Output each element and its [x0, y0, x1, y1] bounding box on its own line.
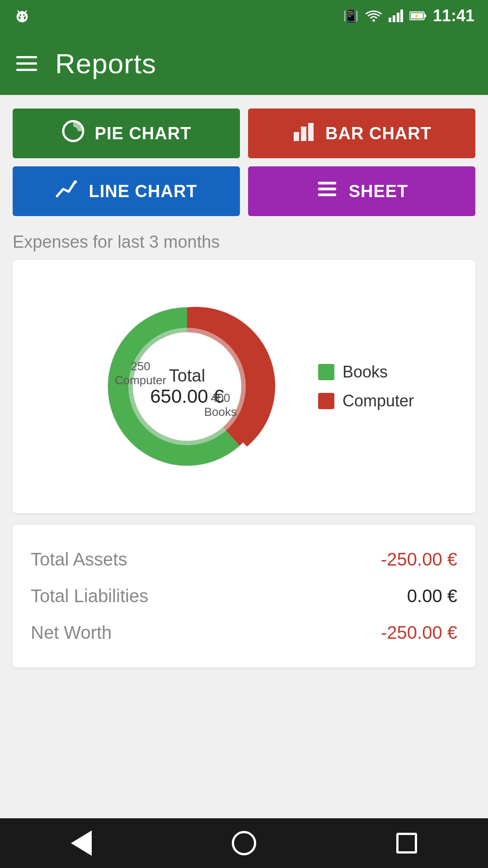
svg-rect-18	[294, 132, 299, 141]
wifi-icon	[365, 9, 382, 22]
net-worth-label: Net Worth	[31, 623, 112, 643]
computer-legend-dot	[318, 393, 334, 409]
recents-icon	[396, 833, 417, 854]
recents-button[interactable]	[389, 825, 425, 861]
svg-rect-23	[318, 193, 336, 196]
chart-type-buttons: PIE CHART BAR CHART LINE C	[13, 108, 475, 216]
total-assets-value: -250.00 €	[381, 549, 457, 570]
bar-chart-icon	[292, 119, 315, 148]
hamburger-line-3	[16, 69, 37, 71]
computer-callout: 250 Computer	[115, 359, 166, 387]
total-assets-label: Total Assets	[31, 549, 127, 570]
bottom-nav	[0, 818, 488, 868]
home-button[interactable]	[226, 825, 262, 861]
legend-computer: Computer	[318, 392, 414, 410]
svg-rect-8	[389, 18, 391, 22]
line-chart-icon	[55, 177, 79, 206]
summary-card: Total Assets -250.00 € Total Liabilities…	[13, 525, 475, 667]
svg-line-5	[18, 11, 19, 13]
line-chart-button[interactable]: LINE CHART	[13, 166, 240, 216]
svg-rect-9	[393, 15, 395, 22]
svg-point-4	[23, 14, 25, 16]
pie-chart-icon	[61, 119, 85, 148]
computer-value: 250	[115, 359, 166, 373]
svg-rect-20	[308, 123, 314, 141]
menu-button[interactable]	[16, 56, 37, 71]
computer-legend-label: Computer	[343, 392, 414, 410]
total-liabilities-value: 0.00 €	[407, 586, 457, 606]
pie-chart-button[interactable]: PIE CHART	[13, 108, 240, 158]
svg-rect-21	[318, 182, 336, 184]
bar-chart-button[interactable]: BAR CHART	[248, 108, 475, 158]
hamburger-line-1	[16, 56, 37, 58]
books-value: 400	[204, 391, 237, 405]
sheet-button[interactable]: SHEET	[248, 166, 475, 216]
android-icon	[14, 7, 31, 24]
app-bar: Reports	[0, 32, 488, 95]
net-worth-row: Net Worth -250.00 €	[31, 614, 457, 651]
back-icon	[71, 830, 92, 856]
pie-chart-label: PIE CHART	[95, 124, 192, 143]
books-legend-label: Books	[343, 363, 388, 382]
back-button[interactable]	[63, 825, 99, 861]
line-chart-label: LINE CHART	[89, 182, 197, 201]
svg-text:⚡: ⚡	[413, 13, 420, 19]
svg-point-17	[69, 127, 78, 136]
status-bar: 📳 ⚡ 11:41	[0, 0, 488, 32]
sheet-label: SHEET	[349, 182, 408, 201]
total-liabilities-row: Total Liabilities 0.00 €	[31, 578, 457, 614]
home-icon	[232, 831, 256, 855]
vibrate-icon: 📳	[343, 9, 359, 24]
bar-chart-label: BAR CHART	[325, 124, 432, 143]
legend-books: Books	[318, 363, 414, 382]
signal-icon	[389, 9, 403, 22]
chart-legend: Books Computer	[318, 363, 414, 410]
main-content: PIE CHART BAR CHART LINE C	[0, 95, 488, 818]
svg-point-7	[372, 19, 375, 22]
status-time: 11:41	[433, 6, 474, 25]
donut-chart: Total 650.00 € 250 Computer 400 Books	[74, 274, 300, 500]
books-legend-dot	[318, 364, 334, 380]
total-liabilities-label: Total Liabilities	[31, 586, 148, 606]
svg-rect-11	[400, 9, 403, 22]
status-bar-left	[14, 7, 31, 24]
books-callout: 400 Books	[204, 391, 237, 419]
app-title: Reports	[55, 47, 156, 80]
sheet-icon	[315, 177, 339, 206]
svg-point-3	[19, 14, 21, 16]
net-worth-value: -250.00 €	[381, 623, 457, 643]
svg-rect-10	[397, 13, 399, 22]
chart-card: Total 650.00 € 250 Computer 400 Books Bo…	[13, 260, 475, 513]
chart-section-label: Expenses for last 3 months	[13, 232, 475, 252]
total-assets-row: Total Assets -250.00 €	[31, 541, 457, 578]
svg-rect-22	[318, 188, 336, 190]
computer-name: Computer	[115, 373, 166, 387]
svg-line-6	[25, 11, 27, 13]
status-bar-right: 📳 ⚡ 11:41	[343, 6, 474, 25]
svg-rect-19	[301, 127, 306, 141]
hamburger-line-2	[16, 62, 37, 65]
svg-rect-13	[424, 14, 426, 18]
battery-icon: ⚡	[409, 9, 427, 22]
svg-point-0	[17, 11, 28, 23]
books-name: Books	[204, 405, 237, 419]
